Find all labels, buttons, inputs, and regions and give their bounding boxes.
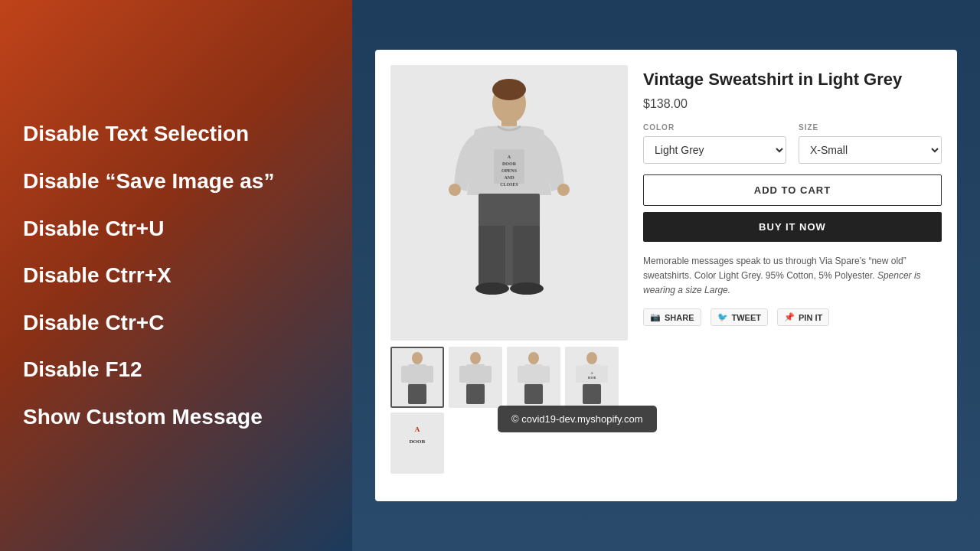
- product-info: Vintage Sweatshirt in Light Grey $138.00…: [643, 65, 942, 486]
- pin-button[interactable]: 📌 PIN IT: [777, 308, 829, 326]
- product-price: $138.00: [643, 97, 942, 111]
- size-option-group: SIZE X-Small Small Medium Large X-Large: [799, 123, 942, 164]
- menu-item-disable-f12[interactable]: Disable F12: [23, 357, 329, 383]
- svg-text:DOOR: DOOR: [502, 161, 517, 166]
- description-text: Memorable messages speak to us through V…: [643, 256, 906, 281]
- svg-rect-22: [466, 364, 485, 386]
- svg-text:CLOSES: CLOSES: [500, 182, 518, 187]
- svg-text:A: A: [415, 425, 420, 433]
- product-title: Vintage Sweatshirt in Light Grey: [643, 69, 942, 91]
- thumbnail-2[interactable]: [449, 347, 502, 408]
- product-card: A DOOR OPENS AND CLOSES: [375, 50, 957, 501]
- facebook-icon: 📷: [650, 312, 661, 322]
- copyright-tooltip: © covid19-dev.myshopify.com: [498, 406, 657, 432]
- svg-rect-20: [408, 384, 426, 404]
- svg-text:DOOR: DOOR: [410, 439, 426, 445]
- left-panel: Disable Text Selection Disable “Save Ima…: [0, 0, 352, 551]
- twitter-icon: 🐦: [717, 312, 728, 322]
- size-label: SIZE: [799, 123, 942, 132]
- buy-now-button[interactable]: BUY IT NOW: [643, 212, 942, 242]
- thumbnail-4[interactable]: A DOOR: [565, 347, 619, 408]
- thumbnail-1[interactable]: [390, 347, 444, 408]
- option-row: COLOR Light Grey Dark Grey Navy Black SI…: [643, 123, 942, 164]
- pin-label: PIN IT: [799, 313, 822, 322]
- svg-rect-17: [408, 364, 426, 386]
- svg-point-12: [475, 282, 509, 295]
- share-label: SHARE: [665, 313, 694, 322]
- share-button[interactable]: 📷 SHARE: [643, 308, 701, 326]
- svg-rect-19: [426, 366, 433, 383]
- thumbnail-5[interactable]: A DOOR: [390, 412, 444, 474]
- pinterest-icon: 📌: [784, 312, 795, 322]
- svg-rect-23: [459, 366, 467, 383]
- menu-item-disable-ctrl-x[interactable]: Disable Ctrr+X: [23, 262, 329, 289]
- svg-text:OPENS: OPENS: [501, 168, 518, 173]
- color-label: COLOR: [643, 123, 786, 132]
- svg-rect-10: [479, 226, 505, 287]
- svg-rect-25: [466, 384, 485, 404]
- svg-rect-11: [513, 226, 540, 287]
- svg-point-15: [557, 184, 570, 196]
- svg-rect-30: [524, 384, 543, 404]
- tweet-button[interactable]: 🐦 TWEET: [710, 308, 769, 326]
- product-description: Memorable messages speak to us through V…: [643, 254, 942, 298]
- menu-item-disable-text-selection[interactable]: Disable Text Selection: [23, 121, 329, 147]
- menu-item-disable-save-image[interactable]: Disable “Save Image as”: [23, 168, 329, 194]
- svg-text:A: A: [508, 155, 511, 159]
- svg-rect-28: [518, 366, 525, 383]
- thumbnail-3[interactable]: [507, 347, 560, 408]
- menu-item-disable-ctrl-c[interactable]: Disable Ctr+C: [23, 310, 329, 336]
- svg-rect-18: [401, 366, 409, 383]
- color-option-group: COLOR Light Grey Dark Grey Navy Black: [643, 123, 786, 164]
- svg-text:DOOR: DOOR: [588, 377, 596, 380]
- svg-point-26: [528, 352, 539, 364]
- svg-rect-27: [524, 364, 543, 386]
- menu-item-disable-ctrl-u[interactable]: Disable Ctr+U: [23, 216, 329, 242]
- tweet-label: TWEET: [732, 313, 762, 322]
- image-section: A DOOR OPENS AND CLOSES: [390, 65, 628, 486]
- add-to-cart-button[interactable]: ADD TO CART: [643, 174, 942, 206]
- social-buttons: 📷 SHARE 🐦 TWEET 📌 PIN IT: [643, 308, 942, 326]
- svg-text:A: A: [591, 371, 593, 375]
- svg-rect-32: [583, 364, 601, 386]
- svg-point-13: [510, 282, 544, 295]
- svg-rect-37: [583, 384, 601, 404]
- size-select[interactable]: X-Small Small Medium Large X-Large: [799, 136, 942, 164]
- svg-rect-29: [542, 366, 550, 383]
- svg-rect-35: [576, 366, 583, 383]
- svg-point-31: [586, 352, 597, 364]
- menu-item-show-custom-message[interactable]: Show Custom Message: [23, 404, 329, 430]
- svg-point-21: [470, 352, 481, 364]
- svg-rect-36: [600, 366, 608, 383]
- svg-point-1: [492, 79, 526, 100]
- main-product-image: A DOOR OPENS AND CLOSES: [390, 65, 628, 341]
- svg-point-14: [449, 184, 461, 196]
- svg-point-16: [412, 352, 423, 364]
- right-panel: A DOOR OPENS AND CLOSES: [352, 0, 980, 551]
- svg-text:AND: AND: [505, 175, 515, 180]
- color-select[interactable]: Light Grey Dark Grey Navy Black: [643, 136, 786, 164]
- svg-rect-24: [484, 366, 492, 383]
